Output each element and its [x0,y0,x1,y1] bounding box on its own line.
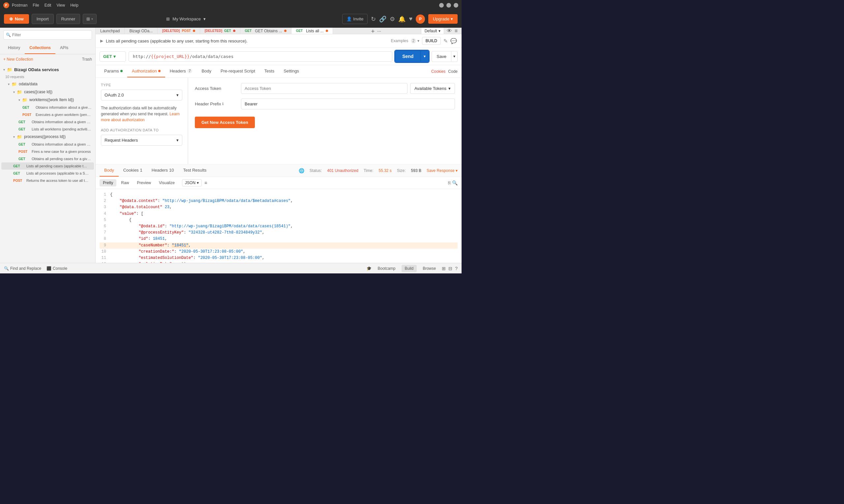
grid-icon-button[interactable]: ⊞ [442,266,446,271]
folder-odata-data[interactable]: ▾ 📁 odata/data ··· [1,80,94,88]
tab-deleted-post[interactable]: [DELETED] POST [158,28,200,34]
trash-button[interactable]: Trash [82,57,92,61]
invite-icon: 👤 [346,16,352,21]
code-link[interactable]: Code [448,69,458,74]
link-button[interactable]: 🔗 [379,16,386,23]
new-button[interactable]: ⊕ New [4,14,29,24]
new-collection-button[interactable]: + New Collection [3,57,33,61]
auth-add-select[interactable]: Request Headers ▾ [101,135,182,146]
request-item[interactable]: GET Obtains information about a given pr… [1,141,94,148]
format-visualize-button[interactable]: Visualize [156,179,178,186]
res-tab-headers[interactable]: Headers 10 [147,164,179,177]
collection-header[interactable]: ▾ 📁 Bizagi OData services ··· [1,64,94,75]
req-tab-headers[interactable]: Headers 7 [165,65,197,77]
header-prefix-input[interactable] [241,98,455,109]
format-raw-button[interactable]: Raw [118,179,132,186]
access-token-input[interactable] [241,83,408,94]
eye-button[interactable]: 👁 [447,28,452,34]
sync-button[interactable]: ↻ [371,16,376,23]
tab-launchpad[interactable]: Launchpad [96,28,125,34]
folder-workitems[interactable]: ▾ 📁 workitems({work Item Id}) ··· [1,96,94,104]
request-item[interactable]: GET Obtains information about a given pe… [1,118,94,126]
menu-view[interactable]: View [56,3,65,7]
runner-button[interactable]: Runner [56,14,81,24]
format-pretty-button[interactable]: Pretty [100,179,116,186]
tab-more-button[interactable]: ··· [377,28,381,34]
method-selector[interactable]: GET ▾ [100,51,126,61]
auth-type-select[interactable]: OAuth 2.0 ▾ [101,90,182,101]
help-button[interactable]: ? [455,266,458,271]
req-tab-auth[interactable]: Authorization [127,65,165,77]
format-icon-button[interactable]: ≡ [203,179,208,187]
upgrade-button[interactable]: Upgrade ▾ [428,14,458,24]
collapse-arrow[interactable]: ▶ [100,38,103,43]
layout-button[interactable]: ⊞▾ [83,14,97,24]
folder-cases[interactable]: ▾ 📁 cases({case Id}) ··· [1,88,94,96]
save-response-button[interactable]: Save Response ▾ [427,168,458,173]
edit-description-button[interactable]: ✎ [444,38,448,44]
bell-button[interactable]: 🔔 [398,16,406,23]
tab-deleted-get[interactable]: [DELETED] GET [200,28,240,34]
bootcamp-button[interactable]: Bootcamp [374,265,399,272]
request-item[interactable]: GET Lists all processes (applicable to a… [1,170,94,177]
res-tab-body[interactable]: Body [100,164,119,177]
available-tokens-button[interactable]: Available Tokens ▾ [410,83,455,94]
save-dropdown-button[interactable]: ▾ [451,51,458,62]
menu-file[interactable]: File [33,3,39,7]
send-button[interactable]: Send [395,50,421,62]
comment-button[interactable]: 💬 [450,38,457,44]
request-item[interactable]: GET Obtains all pending cases for a give… [1,155,94,162]
res-tab-test-results[interactable]: Test Results [178,164,211,177]
settings-button[interactable]: ⚙ [390,16,395,23]
get-token-button[interactable]: Get New Access Token [195,116,255,128]
sidebar-search-input[interactable] [3,30,92,39]
workspace-selector[interactable]: ⊞ My Workspace ▾ [166,16,206,21]
cookies-link[interactable]: Cookies [431,69,445,74]
browse-mode-button[interactable]: Browse [419,265,439,272]
find-replace-button[interactable]: 🔍 Find and Replace [4,266,41,271]
user-avatar[interactable]: P [416,15,425,24]
tab-bizagi[interactable]: Bizagi ODa... [125,28,158,34]
build-mode-button[interactable]: Build [401,265,417,272]
settings-icon-button[interactable]: ≡ [455,28,458,34]
sidebar-tab-history[interactable]: History [3,42,25,54]
maximize-button[interactable] [446,3,451,7]
req-tab-body[interactable]: Body [197,65,216,77]
req-tab-settings[interactable]: Settings [279,65,304,77]
json-line: 8 "id": 18451, [100,236,458,242]
format-type-select[interactable]: JSON ▾ [182,179,202,186]
json-search-button[interactable]: 🔍 [452,180,458,185]
sidebar-tab-collections[interactable]: Collections [25,42,55,54]
request-item[interactable]: GET Obtains information about a given wo… [1,104,94,111]
split-icon-button[interactable]: ⊟ [448,266,452,271]
request-item-active[interactable]: GET Lists all pending cases (applicable … [1,162,94,170]
menu-edit[interactable]: Edit [45,3,51,7]
menu-help[interactable]: Help [70,3,79,7]
request-item[interactable]: POST Returns the access token to use all… [1,177,94,184]
close-button[interactable] [454,3,458,7]
send-dropdown-button[interactable]: ▾ [421,50,429,62]
url-input[interactable]: http://{{project_URL}}/odata/data/cases [128,51,392,61]
sidebar-tab-apis[interactable]: APIs [55,42,73,54]
request-item[interactable]: POST Executes a given workitem (pending … [1,111,94,118]
environment-selector[interactable]: Default ▾ [421,28,444,34]
heart-button[interactable]: ♥ [409,16,412,22]
req-tab-prerequest[interactable]: Pre-request Script [216,65,260,77]
console-button[interactable]: ⬛ Console [47,266,67,271]
request-item[interactable]: POST Fires a new case for a given proces… [1,148,94,155]
build-button[interactable]: BUILD [422,37,441,45]
minimize-button[interactable] [439,3,444,7]
tab-add-button[interactable]: ＋ [370,28,376,34]
copy-button[interactable]: ⎘ [448,180,451,185]
req-tab-params[interactable]: Params [100,65,127,77]
format-preview-button[interactable]: Preview [134,179,154,186]
import-button[interactable]: Import [32,14,54,24]
invite-button[interactable]: 👤 Invite [342,14,367,24]
folder-processes[interactable]: ▾ 📁 processes({process Id}) ··· [1,133,94,141]
tab-get-lists[interactable]: GET Lists all ... [291,28,333,34]
save-button[interactable]: Save [432,51,451,62]
res-tab-cookies[interactable]: Cookies 1 [119,164,147,177]
req-tab-tests[interactable]: Tests [260,65,279,77]
request-item[interactable]: GET Lists all workitems (pending activit… [1,126,94,133]
tab-get-obtains[interactable]: GET GET Obtains ... [240,28,291,34]
